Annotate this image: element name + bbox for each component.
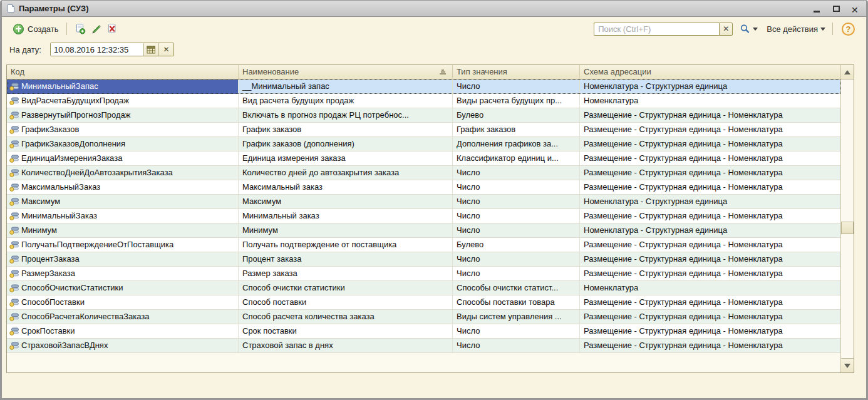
cell-name[interactable]: Страховой запас в днях bbox=[239, 339, 453, 353]
cell-code[interactable]: РазвернутыйПрогнозПродаж bbox=[7, 108, 239, 123]
table-row[interactable]: ГрафикЗаказовДополненияГрафик заказов (д… bbox=[7, 137, 840, 151]
cell-type[interactable]: Дополнения графиков за... bbox=[453, 137, 580, 151]
scroll-up-button[interactable] bbox=[841, 65, 854, 79]
scrollbar-track[interactable] bbox=[841, 79, 854, 358]
table-row[interactable]: ПроцентЗаказаПроцент заказаЧислоРазмещен… bbox=[7, 252, 840, 267]
copy-button[interactable] bbox=[72, 21, 87, 36]
cell-scheme[interactable]: Размещение - Структурная единица - Номен… bbox=[580, 267, 840, 281]
cell-type[interactable]: Число bbox=[453, 166, 580, 180]
cell-code[interactable]: МинимальныйЗапас bbox=[7, 79, 239, 94]
table-row[interactable]: СпособОчисткиСтатистикиСпособ очистки ст… bbox=[7, 281, 840, 295]
cell-name[interactable]: Единица измерения заказа bbox=[239, 151, 453, 166]
cell-name[interactable]: Способ поставки bbox=[239, 295, 453, 310]
cell-code[interactable]: МинимальныйЗаказ bbox=[7, 209, 239, 223]
cell-type[interactable]: Число bbox=[453, 209, 580, 223]
table-row[interactable]: ЕдиницаИзмеренияЗаказаЕдиница измерения … bbox=[7, 151, 840, 166]
scroll-down-button[interactable] bbox=[841, 358, 854, 372]
cell-scheme[interactable]: Размещение - Структурная единица - Номен… bbox=[580, 108, 840, 123]
table-row[interactable]: ВидРасчетаБудущихПродажВид расчета будущ… bbox=[7, 94, 840, 108]
column-header-name[interactable]: Наименование bbox=[239, 65, 453, 79]
column-header-code[interactable]: Код bbox=[7, 65, 239, 79]
cell-name[interactable]: Процент заказа bbox=[239, 252, 453, 267]
cell-scheme[interactable]: Размещение - Структурная единица - Номен… bbox=[580, 295, 840, 310]
cell-name[interactable]: Максимум bbox=[239, 195, 453, 209]
cell-scheme[interactable]: Размещение - Структурная единица - Номен… bbox=[580, 180, 840, 195]
cell-scheme[interactable]: Номенклатура bbox=[580, 94, 840, 108]
table-row[interactable]: СтраховойЗапасВДняхСтраховой запас в дня… bbox=[7, 339, 840, 353]
cell-scheme[interactable]: Размещение - Структурная единица - Номен… bbox=[580, 151, 840, 166]
cell-name[interactable]: __Минимальный запас bbox=[239, 79, 453, 94]
table-row[interactable]: МинимальныйЗапас__Минимальный запасЧисло… bbox=[7, 79, 840, 94]
delete-button[interactable] bbox=[105, 21, 120, 36]
minimize-button[interactable] bbox=[812, 4, 821, 13]
date-clear-button[interactable]: ✕ bbox=[158, 43, 173, 56]
cell-scheme[interactable]: Размещение - Структурная единица - Номен… bbox=[580, 238, 840, 252]
search-clear-button[interactable]: ✕ bbox=[719, 23, 733, 36]
cell-code[interactable]: ВидРасчетаБудущихПродаж bbox=[7, 94, 239, 108]
cell-code[interactable]: ЕдиницаИзмеренияЗаказа bbox=[7, 151, 239, 166]
cell-name[interactable]: Минимальный заказ bbox=[239, 209, 453, 223]
cell-name[interactable]: Способ очистки статистики bbox=[239, 281, 453, 295]
cell-name[interactable]: Срок поставки bbox=[239, 324, 453, 339]
table-row[interactable]: ГрафикЗаказовГрафик заказовГрафик заказо… bbox=[7, 123, 840, 137]
cell-name[interactable]: Включать в прогноз продаж РЦ потребнос..… bbox=[239, 108, 453, 123]
edit-button[interactable] bbox=[88, 21, 103, 36]
table-row[interactable]: РазмерЗаказаРазмер заказаЧислоРазмещение… bbox=[7, 267, 840, 281]
table-row[interactable]: КоличествоДнейДоАвтозакрытияЗаказаКоличе… bbox=[7, 166, 840, 180]
vertical-scrollbar[interactable] bbox=[840, 65, 854, 372]
cell-name[interactable]: Размер заказа bbox=[239, 267, 453, 281]
help-button[interactable]: ? bbox=[842, 23, 855, 36]
cell-name[interactable]: Способ расчета количества заказа bbox=[239, 310, 453, 324]
cell-code[interactable]: СтраховойЗапасВДнях bbox=[7, 339, 239, 353]
cell-type[interactable]: Число bbox=[453, 252, 580, 267]
all-actions-button[interactable]: Все действия bbox=[764, 23, 828, 35]
cell-type[interactable]: Виды расчета будущих пр... bbox=[453, 94, 580, 108]
titlebar[interactable]: Параметры (СУЗ) ✕ bbox=[2, 1, 866, 17]
cell-code[interactable]: ГрафикЗаказовДополнения bbox=[7, 137, 239, 151]
cell-code[interactable]: ГрафикЗаказов bbox=[7, 123, 239, 137]
cell-type[interactable]: Число bbox=[453, 195, 580, 209]
cell-scheme[interactable]: Размещение - Структурная единица - Номен… bbox=[580, 339, 840, 353]
search-options-button[interactable] bbox=[738, 23, 759, 35]
cell-name[interactable]: Получать подтверждение от поставщика bbox=[239, 238, 453, 252]
create-button[interactable]: Создать bbox=[9, 23, 62, 36]
cell-code[interactable]: КоличествоДнейДоАвтозакрытияЗаказа bbox=[7, 166, 239, 180]
cell-code[interactable]: РазмерЗаказа bbox=[7, 267, 239, 281]
cell-type[interactable]: Классификатор единиц и... bbox=[453, 151, 580, 166]
cell-type[interactable]: Число bbox=[453, 324, 580, 339]
table-row[interactable]: СпособПоставкиСпособ поставкиСпособы пос… bbox=[7, 295, 840, 310]
cell-code[interactable]: СпособПоставки bbox=[7, 295, 239, 310]
cell-name[interactable]: Количество дней до автозакрытия заказа bbox=[239, 166, 453, 180]
cell-type[interactable]: Булево bbox=[453, 238, 580, 252]
cell-scheme[interactable]: Номенклатура bbox=[580, 281, 840, 295]
table-row[interactable]: МаксимумМаксимумЧислоНоменклатура - Стру… bbox=[7, 195, 840, 209]
table-row[interactable]: РазвернутыйПрогнозПродажВключать в прогн… bbox=[7, 108, 840, 123]
cell-scheme[interactable]: Размещение - Структурная единица - Номен… bbox=[580, 324, 840, 339]
cell-code[interactable]: СпособРасчетаКоличестваЗаказа bbox=[7, 310, 239, 324]
table-row[interactable]: МинимумМинимумЧислоНоменклатура - Структ… bbox=[7, 223, 840, 238]
cell-code[interactable]: ПолучатьПодтверждениеОтПоставщика bbox=[7, 238, 239, 252]
table-row[interactable]: МаксимальныйЗаказМаксимальный заказЧисло… bbox=[7, 180, 840, 195]
cell-scheme[interactable]: Номенклатура - Структурная единица bbox=[580, 79, 840, 94]
cell-name[interactable]: Минимум bbox=[239, 223, 453, 238]
cell-scheme[interactable]: Размещение - Структурная единица - Номен… bbox=[580, 123, 840, 137]
cell-name[interactable]: Вид расчета будущих продаж bbox=[239, 94, 453, 108]
maximize-button[interactable] bbox=[832, 4, 840, 13]
cell-type[interactable]: Виды систем управления ... bbox=[453, 310, 580, 324]
cell-name[interactable]: Максимальный заказ bbox=[239, 180, 453, 195]
cell-code[interactable]: ПроцентЗаказа bbox=[7, 252, 239, 267]
cell-type[interactable]: Число bbox=[453, 267, 580, 281]
cell-name[interactable]: График заказов (дополнения) bbox=[239, 137, 453, 151]
cell-scheme[interactable]: Размещение - Структурная единица - Номен… bbox=[580, 137, 840, 151]
cell-code[interactable]: Максимум bbox=[7, 195, 239, 209]
close-button[interactable]: ✕ bbox=[851, 4, 860, 13]
cell-scheme[interactable]: Размещение - Структурная единица - Номен… bbox=[580, 252, 840, 267]
column-header-type[interactable]: Тип значения bbox=[453, 65, 580, 79]
cell-scheme[interactable]: Размещение - Структурная единица - Номен… bbox=[580, 310, 840, 324]
table-row[interactable]: МинимальныйЗаказМинимальный заказЧислоРа… bbox=[7, 209, 840, 223]
cell-scheme[interactable]: Номенклатура - Структурная единица bbox=[580, 195, 840, 209]
cell-code[interactable]: СрокПоставки bbox=[7, 324, 239, 339]
cell-type[interactable]: Число bbox=[453, 223, 580, 238]
cell-type[interactable]: Способы поставки товара bbox=[453, 295, 580, 310]
cell-type[interactable]: График заказов bbox=[453, 123, 580, 137]
